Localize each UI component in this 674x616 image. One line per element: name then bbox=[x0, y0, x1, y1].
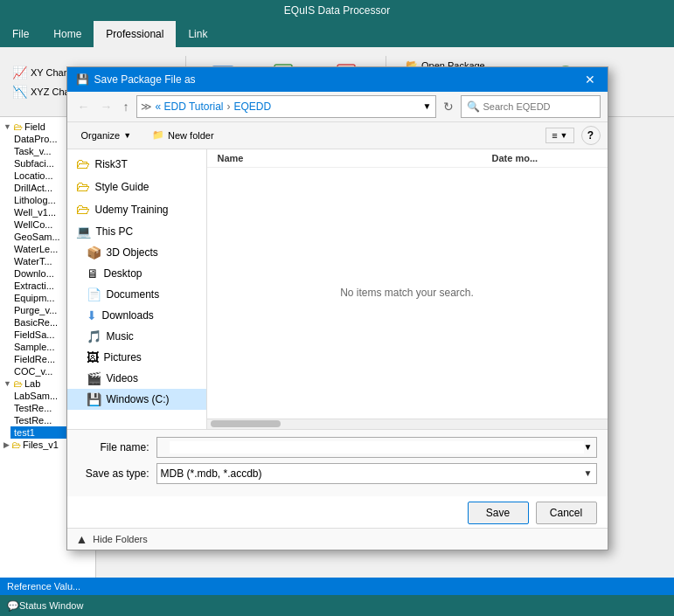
pc-icon: 💻 bbox=[76, 225, 91, 239]
save-button[interactable]: Save bbox=[468, 502, 529, 524]
modal-actions: Save Cancel bbox=[67, 496, 608, 528]
modal-nav: ← → ↑ ≫ « EDD Tutorial › EQEDD ▼ ↻ 🔍 bbox=[67, 92, 608, 122]
nav-up-button[interactable]: ↑ bbox=[120, 98, 133, 115]
search-input[interactable] bbox=[483, 101, 594, 112]
modal-footer: File name: ▼ Save as type: MDB (*.mdb, *… bbox=[67, 429, 608, 496]
sidebar-videos[interactable]: 🎬 Videos bbox=[67, 368, 206, 389]
content-header: Name Date mo... bbox=[207, 149, 608, 168]
modal-file-sidebar: 🗁 Risk3T 🗁 Style Guide 🗁 Udemy Training … bbox=[67, 149, 207, 429]
sidebar-pictures[interactable]: 🖼 Pictures bbox=[67, 347, 206, 368]
sidebar-music[interactable]: 🎵 Music bbox=[67, 326, 206, 347]
folder-icon-risk3t: 🗁 bbox=[76, 156, 90, 172]
savetype-row: Save as type: MDB (*.mdb, *.accdb) ▼ bbox=[78, 463, 597, 484]
filename-input-wrapper: ▼ bbox=[156, 437, 597, 458]
downloads-icon: ⬇ bbox=[87, 308, 97, 322]
hide-folders-control[interactable]: ▲ Hide Folders bbox=[67, 528, 608, 550]
search-bar: 🔍 bbox=[461, 95, 601, 118]
view-button[interactable]: ≡ ▼ bbox=[545, 128, 573, 143]
3d-objects-icon: 📦 bbox=[87, 246, 101, 260]
folder-icon-udemy: 🗁 bbox=[76, 202, 90, 218]
nav-forward-button[interactable]: → bbox=[97, 98, 116, 115]
savetype-dropdown[interactable]: MDB (*.mdb, *.accdb) ▼ bbox=[156, 463, 597, 484]
desktop-icon: 🖥 bbox=[87, 266, 99, 280]
view-icon: ≡ bbox=[552, 130, 557, 141]
sidebar-3d-objects[interactable]: 📦 3D Objects bbox=[67, 242, 206, 263]
folder-icon-style-guide: 🗁 bbox=[76, 179, 90, 195]
savetype-label: Save as type: bbox=[78, 467, 156, 480]
savetype-dropdown-arrow: ▼ bbox=[584, 468, 593, 478]
modal-icon: 💾 bbox=[76, 73, 89, 86]
organize-dropdown-icon: ▼ bbox=[123, 131, 131, 140]
hide-folders-icon: ▲ bbox=[76, 532, 88, 546]
modal-close-button[interactable]: ✕ bbox=[581, 73, 599, 87]
modal-title-left: 💾 Save Package File as bbox=[76, 73, 196, 86]
sidebar-udemy[interactable]: 🗁 Udemy Training bbox=[67, 198, 206, 221]
search-icon: 🔍 bbox=[467, 100, 480, 113]
sidebar-desktop[interactable]: 🖥 Desktop bbox=[67, 263, 206, 284]
modal-title: Save Package File as bbox=[94, 73, 196, 86]
filename-row: File name: ▼ bbox=[78, 437, 597, 458]
modal-file-content: Name Date mo... No items match your sear… bbox=[207, 149, 608, 429]
sidebar-windows-c[interactable]: 💾 Windows (C:) bbox=[67, 389, 206, 410]
sidebar-style-guide[interactable]: 🗁 Style Guide bbox=[67, 176, 206, 198]
sidebar-downloads[interactable]: ⬇ Downloads bbox=[67, 305, 206, 326]
sidebar-risk3t[interactable]: 🗁 Risk3T bbox=[67, 153, 206, 176]
sidebar-documents[interactable]: 📄 Documents bbox=[67, 284, 206, 305]
breadcrumb-edd-tutorial[interactable]: « EDD Tutorial bbox=[156, 100, 224, 113]
documents-icon: 📄 bbox=[87, 287, 101, 301]
save-dialog: 💾 Save Package File as ✕ ← → ↑ ≫ « EDD T… bbox=[66, 66, 608, 550]
modal-toolbar: Organize ▼ 📁 New folder ≡ ▼ ? bbox=[67, 122, 608, 149]
sidebar-scroll-space bbox=[67, 410, 206, 427]
h-scrollbar[interactable] bbox=[207, 419, 608, 429]
breadcrumb-eqedd[interactable]: EQEDD bbox=[234, 100, 272, 113]
modal-titlebar: 💾 Save Package File as ✕ bbox=[67, 67, 608, 92]
drive-icon: 💾 bbox=[87, 392, 101, 406]
h-scrollbar-thumb bbox=[211, 420, 281, 427]
nav-back-button[interactable]: ← bbox=[74, 98, 94, 115]
breadcrumb-bar: ≫ « EDD Tutorial › EQEDD ▼ bbox=[136, 95, 436, 118]
help-button[interactable]: ? bbox=[581, 126, 601, 145]
filename-label: File name: bbox=[78, 441, 156, 453]
breadcrumb-separator: ≫ bbox=[141, 100, 152, 113]
cancel-button[interactable]: Cancel bbox=[536, 502, 597, 524]
breadcrumb-dropdown[interactable]: ▼ bbox=[423, 101, 432, 111]
new-folder-button[interactable]: 📁 New folder bbox=[145, 127, 221, 143]
modal-body: 🗁 Risk3T 🗁 Style Guide 🗁 Udemy Training … bbox=[67, 149, 608, 429]
videos-icon: 🎬 bbox=[87, 371, 101, 385]
music-icon: 🎵 bbox=[87, 329, 101, 343]
col-name-header[interactable]: Name bbox=[218, 153, 492, 163]
new-folder-icon: 📁 bbox=[152, 129, 164, 141]
modal-overlay: 💾 Save Package File as ✕ ← → ↑ ≫ « EDD T… bbox=[0, 0, 674, 616]
view-dropdown-icon: ▼ bbox=[560, 131, 568, 140]
organize-button[interactable]: Organize ▼ bbox=[74, 128, 139, 143]
sidebar-this-pc[interactable]: 💻 This PC bbox=[67, 221, 206, 242]
filename-dropdown-icon[interactable]: ▼ bbox=[584, 442, 593, 452]
col-date-header[interactable]: Date mo... bbox=[492, 153, 597, 163]
nav-refresh-button[interactable]: ↻ bbox=[440, 98, 457, 115]
pictures-icon: 🖼 bbox=[87, 350, 99, 364]
content-empty-message: No items match your search. bbox=[207, 168, 608, 419]
filename-input[interactable] bbox=[170, 441, 584, 453]
